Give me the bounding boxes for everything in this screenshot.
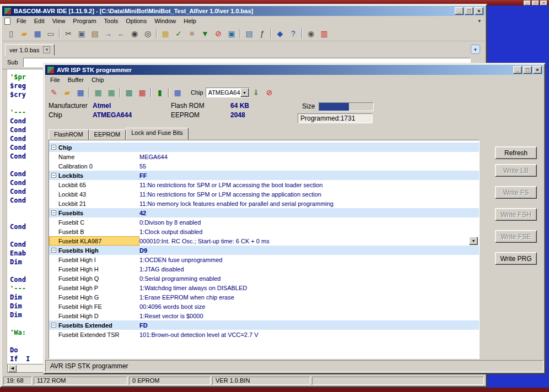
stop-button[interactable]: ⊘ bbox=[212, 28, 225, 40]
grid-row-value: 1:Watchdog timer always on DISABLED bbox=[139, 285, 479, 291]
maximize-button[interactable]: □ bbox=[465, 7, 473, 15]
tab-scroll-button[interactable]: ▾ bbox=[471, 45, 480, 54]
dialog-titlebar[interactable]: AVR ISP STK programmer _ □ × bbox=[45, 65, 543, 75]
editor-hscrollbar[interactable]: ◀ bbox=[7, 364, 44, 373]
menu-tools[interactable]: Tools bbox=[100, 17, 122, 25]
menu-overflow-chevron-icon[interactable]: ▾ bbox=[478, 18, 481, 24]
menu-options[interactable]: Options bbox=[122, 17, 150, 25]
program-chip-button[interactable]: ▼ bbox=[198, 28, 212, 40]
help-button[interactable]: ? bbox=[287, 28, 300, 40]
open-file-button[interactable]: ▰ bbox=[61, 86, 74, 99]
grid-row[interactable]: Fusebit High D1:Reset vector is $0000 bbox=[49, 311, 479, 320]
bg-close-button[interactable]: × bbox=[540, 1, 547, 6]
dialog-maximize-button[interactable]: □ bbox=[523, 66, 532, 74]
show-result-button[interactable]: ≡ bbox=[185, 28, 198, 40]
bg-minimize-button[interactable]: _ bbox=[524, 1, 531, 6]
compile-button[interactable]: ▦ bbox=[159, 28, 172, 40]
collapse-icon[interactable]: − bbox=[51, 210, 56, 215]
bg-maximize-button[interactable]: □ bbox=[532, 1, 539, 6]
edit-buffer-button[interactable]: ✎ bbox=[47, 86, 61, 99]
dialog-close-button[interactable]: × bbox=[533, 66, 542, 74]
paste-button[interactable]: ▤ bbox=[88, 28, 101, 40]
grid-row[interactable]: Fusebit High H1:JTAG disabled bbox=[49, 264, 479, 274]
collapse-icon[interactable]: − bbox=[51, 145, 56, 150]
grid-row[interactable]: Fusebit Extended TSR101:Brown-out detect… bbox=[49, 330, 479, 339]
close-button[interactable]: × bbox=[475, 7, 483, 15]
menu-program[interactable]: Program bbox=[69, 17, 100, 25]
grid-row[interactable]: −Fusebits42 bbox=[49, 208, 479, 217]
menu-chip[interactable]: Chip bbox=[88, 75, 108, 84]
tab-close-icon[interactable]: × bbox=[43, 46, 50, 53]
dialog-minimize-button[interactable]: _ bbox=[513, 66, 522, 74]
menu-edit[interactable]: Edit bbox=[30, 17, 49, 25]
find-button[interactable]: ◉ bbox=[128, 28, 141, 40]
collapse-icon[interactable]: − bbox=[51, 248, 56, 253]
grid-cell-name: Fusebit High P bbox=[49, 283, 139, 292]
cancel-button[interactable]: ⊘ bbox=[263, 86, 276, 99]
identify-chip-button[interactable]: ▦ bbox=[171, 86, 184, 99]
chip-select-arrow-icon[interactable]: ▾ bbox=[240, 88, 249, 97]
tab-eeprom[interactable]: EEPROM bbox=[89, 129, 126, 140]
menu-help[interactable]: Help bbox=[180, 17, 200, 25]
refresh-button[interactable]: Refresh bbox=[495, 146, 537, 159]
scroll-left-icon[interactable]: ◀ bbox=[8, 365, 17, 372]
blank-check-button[interactable]: ▮ bbox=[153, 86, 166, 99]
new-file-button[interactable]: ▯ bbox=[4, 28, 18, 40]
mdi-child-document-icon[interactable] bbox=[4, 18, 10, 25]
grid-row[interactable]: Calibration 055 bbox=[49, 161, 479, 171]
chip-select[interactable]: ATMEGA644 ▾ bbox=[206, 88, 250, 97]
grid-row[interactable]: Fusebit C0:Divison by 8 enabled bbox=[49, 217, 479, 227]
write-buffer-to-chip-button[interactable]: ▦ bbox=[92, 86, 105, 99]
grid-row[interactable]: −Fusebits HighD9 bbox=[49, 246, 479, 255]
grid-row[interactable]: Fusebit High P1:Watchdog timer always on… bbox=[49, 283, 479, 292]
font-editor-button[interactable]: ƒ bbox=[256, 28, 269, 40]
write-prg-button[interactable]: Write PRG bbox=[495, 252, 537, 265]
copy-button[interactable]: ▣ bbox=[75, 28, 88, 40]
grid-row[interactable]: Lockbit 4311:No restrictions for SPM or … bbox=[49, 189, 479, 199]
find-next-button[interactable]: ◎ bbox=[141, 28, 154, 40]
menu-buffer[interactable]: Buffer bbox=[64, 75, 88, 84]
menu-view[interactable]: View bbox=[49, 17, 69, 25]
grid-row[interactable]: −LockbitsFF bbox=[49, 171, 479, 180]
grid-row[interactable]: Fusebit High G1:Erase EEPROM when chip e… bbox=[49, 292, 479, 302]
lcd-designer-button[interactable]: ▤ bbox=[243, 28, 256, 40]
verify-chip-button[interactable]: ▩ bbox=[122, 86, 136, 99]
file-tab[interactable]: ver 1.0.bas × bbox=[5, 44, 55, 56]
collapse-icon[interactable]: − bbox=[51, 173, 56, 178]
grid-row[interactable]: NameMEGA644 bbox=[49, 152, 479, 161]
pdf-button[interactable]: ▥ bbox=[317, 28, 331, 40]
menu-window[interactable]: Window bbox=[150, 17, 180, 25]
plugin-button[interactable]: ◆ bbox=[273, 28, 287, 40]
main-titlebar[interactable]: BASCOM-AVR IDE [1.11.9.2] - [C:\Data\Min… bbox=[2, 6, 485, 16]
indent-button[interactable]: → bbox=[101, 28, 115, 40]
erase-chip-button[interactable]: ▦ bbox=[136, 86, 149, 99]
simulator-button[interactable]: ◉ bbox=[304, 28, 317, 40]
grid-row[interactable]: −Chip bbox=[49, 143, 479, 152]
minimize-button[interactable]: _ bbox=[455, 7, 464, 15]
grid-row[interactable]: −Fusebits ExtendedFD bbox=[49, 320, 479, 330]
value-dropdown-icon[interactable]: ▾ bbox=[469, 237, 478, 245]
auto-program-button[interactable]: ⇓ bbox=[250, 86, 263, 99]
open-file-button[interactable]: ▰ bbox=[18, 28, 31, 40]
terminal-button[interactable]: ▣ bbox=[225, 28, 238, 40]
grid-row[interactable]: Lockbit 6511:No restrictions for SPM or … bbox=[49, 180, 479, 189]
print-button[interactable]: ▭ bbox=[44, 28, 57, 40]
grid-row[interactable]: Fusebit KLA987000010:Int. RC Osc.; Start… bbox=[49, 236, 479, 246]
grid-row[interactable]: Lockbit 2111:No memory lock features ena… bbox=[49, 199, 479, 208]
outdent-button[interactable]: ← bbox=[115, 28, 128, 40]
read-chip-to-buffer-button[interactable]: ▦ bbox=[105, 86, 118, 99]
grid-row[interactable]: Fusebit High FE00:4096 words boot size bbox=[49, 302, 479, 311]
grid-row[interactable]: Fusebit High Q0:Serial programming enabl… bbox=[49, 274, 479, 283]
save-file-button[interactable]: ▦ bbox=[31, 28, 44, 40]
grid-row[interactable]: Fusebit High I1:OCDEN fuse unprogrammed bbox=[49, 255, 479, 264]
grid-row[interactable]: Fusebit B1:Clock output disabled bbox=[49, 227, 479, 236]
tab-lock-and-fuse-bits[interactable]: Lock and Fuse Bits bbox=[126, 128, 189, 140]
menu-file[interactable]: File bbox=[46, 75, 64, 84]
main-window-title: BASCOM-AVR IDE [1.11.9.2] - [C:\Data\Min… bbox=[14, 8, 453, 14]
cut-button[interactable]: ✂ bbox=[62, 28, 75, 40]
tab-flashrom[interactable]: FlashROM bbox=[49, 129, 89, 140]
collapse-icon[interactable]: − bbox=[51, 323, 56, 328]
menu-file[interactable]: File bbox=[13, 17, 30, 25]
save-file-button[interactable]: ▦ bbox=[74, 86, 87, 99]
syntax-check-button[interactable]: ✓ bbox=[172, 28, 185, 40]
